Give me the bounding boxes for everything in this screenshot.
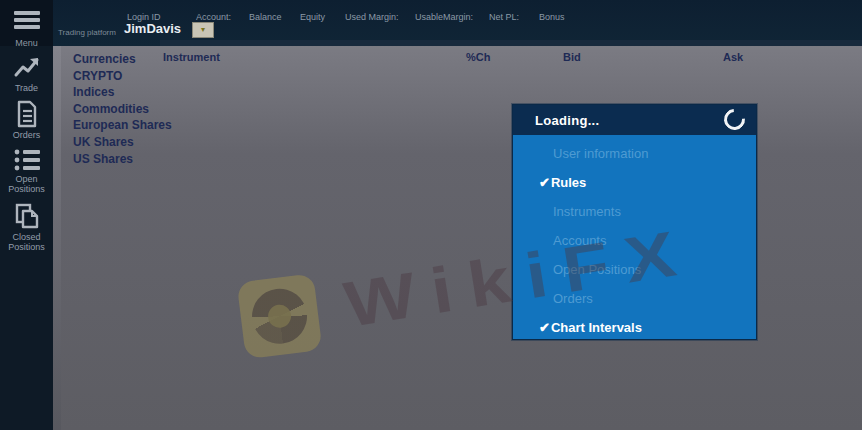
loading-step-user-information: User information	[513, 139, 756, 168]
category-european-shares[interactable]: European Shares	[73, 117, 172, 134]
sidebar-item-label: Open Positions	[0, 174, 53, 194]
document-icon	[14, 100, 40, 128]
trading-platform-screen: Menu Trading platform Login ID JimDavis …	[0, 0, 862, 430]
used-margin-label: Used Margin:	[345, 12, 399, 22]
menu-button-label: Menu	[0, 38, 53, 48]
category-indices[interactable]: Indices	[73, 84, 172, 101]
loading-dialog-body: User information ✔Rules Instruments Acco…	[513, 135, 756, 339]
loading-step-label: Open Positions	[553, 262, 641, 277]
category-us-shares[interactable]: US Shares	[73, 151, 172, 168]
spinner-icon	[720, 105, 750, 135]
loading-dialog-title: Loading...	[535, 113, 599, 128]
loading-step-instruments: Instruments	[513, 197, 756, 226]
watchlist-panel: Instrument %Ch Bid Ask Currencies CRYPTO…	[53, 46, 862, 430]
login-id-value: JimDavis	[124, 21, 181, 36]
sidebar-item-closed-positions[interactable]: Closed Positions	[0, 202, 53, 252]
loading-step-orders: Orders	[513, 284, 756, 313]
sidebar-item-label: Orders	[0, 130, 53, 140]
net-pl-label: Net PL:	[489, 12, 519, 22]
account-label: Account:	[196, 12, 231, 22]
panel-edge	[53, 46, 61, 430]
equity-label: Equity	[300, 12, 325, 22]
check-icon: ✔	[539, 320, 550, 335]
loading-step-accounts: Accounts	[513, 226, 756, 255]
category-list: Currencies CRYPTO Indices Commodities Eu…	[73, 51, 172, 167]
loading-step-label: Orders	[553, 291, 593, 306]
bonus-label: Bonus	[539, 12, 565, 22]
loading-step-label: Rules	[551, 175, 586, 190]
loading-dialog-header: Loading...	[513, 105, 756, 135]
loading-step-label: User information	[553, 146, 648, 161]
sidebar-item-label: Closed Positions	[0, 232, 53, 252]
balance-label: Balance	[249, 12, 282, 22]
category-uk-shares[interactable]: UK Shares	[73, 134, 172, 151]
loading-step-rules: ✔Rules	[513, 168, 756, 197]
column-header-pch: %Ch	[466, 51, 490, 63]
sidebar-item-label: Trade	[0, 83, 53, 93]
sidebar-item-open-positions[interactable]: Open Positions	[0, 148, 53, 194]
loading-step-open-positions: Open Positions	[513, 255, 756, 284]
sidebar-item-trade[interactable]: Trade	[0, 55, 53, 93]
loading-step-label: Accounts	[553, 233, 606, 248]
category-currencies[interactable]: Currencies	[73, 51, 172, 68]
category-crypto[interactable]: CRYPTO	[73, 68, 172, 85]
category-commodities[interactable]: Commodities	[73, 101, 172, 118]
column-header-bid: Bid	[563, 51, 581, 63]
column-header-ask: Ask	[723, 51, 743, 63]
hamburger-icon	[14, 8, 40, 32]
documents-icon	[13, 202, 41, 230]
list-icon	[13, 148, 41, 172]
sidebar-item-orders[interactable]: Orders	[0, 100, 53, 140]
loading-dialog: Loading... User information ✔Rules Instr…	[512, 104, 757, 340]
menu-button[interactable]: Menu	[0, 0, 53, 46]
chart-line-icon	[13, 55, 41, 81]
platform-name: Trading platform	[58, 28, 116, 37]
loading-step-label: Chart Intervals	[551, 320, 642, 335]
account-select[interactable]: ▾	[192, 22, 214, 38]
check-icon: ✔	[539, 175, 550, 190]
topbar: Menu Trading platform Login ID JimDavis …	[0, 0, 862, 46]
loading-step-label: Instruments	[553, 204, 621, 219]
topbar-divider	[160, 40, 862, 46]
loading-step-chart-intervals: ✔Chart Intervals	[513, 313, 756, 342]
usable-margin-label: UsableMargin:	[415, 12, 473, 22]
chevron-down-icon: ▾	[201, 26, 205, 34]
sidebar: Trade Orders Open Positions	[0, 46, 53, 430]
